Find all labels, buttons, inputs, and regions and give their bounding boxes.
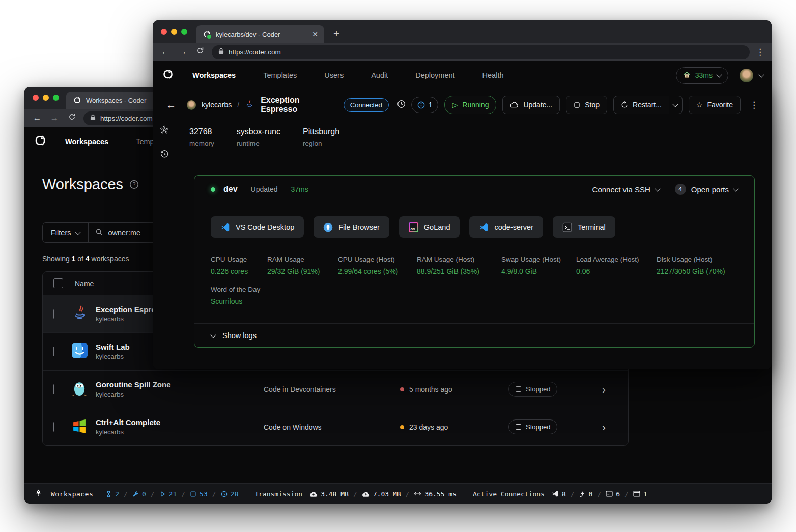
workspace-search-input[interactable]: owner:me: [89, 223, 147, 242]
select-all-checkbox[interactable]: [53, 278, 63, 288]
outdated-info-badge[interactable]: 1: [411, 97, 439, 113]
left-rail: [153, 120, 176, 202]
owner-avatar: [187, 100, 196, 110]
coder-logo[interactable]: [33, 133, 47, 150]
nav-item-audit[interactable]: Audit: [371, 71, 388, 79]
resources-icon[interactable]: [160, 125, 169, 136]
table-row[interactable]: Goroutine Spill Zone kylecarbs Code in D…: [43, 371, 628, 408]
metadata-label: runtime: [237, 139, 280, 147]
vscode-connections: 8: [552, 490, 566, 498]
url-text: https://coder.com: [229, 48, 281, 56]
nav-item-deployment[interactable]: Deployment: [415, 71, 454, 79]
goland-button[interactable]: GO GoLand: [399, 216, 460, 238]
restart-button[interactable]: Restart...: [613, 96, 669, 114]
workspace-menu-icon[interactable]: ⋮: [750, 100, 758, 110]
minimize-window-button[interactable]: [43, 95, 49, 101]
terminal-button[interactable]: Terminal: [553, 216, 615, 238]
play-icon: ▷: [452, 101, 458, 109]
nav-item-users[interactable]: Users: [324, 71, 344, 79]
filters-dropdown[interactable]: Filters: [43, 223, 89, 242]
file-browser-button[interactable]: File Browser: [314, 216, 389, 238]
workspace-owner: kylecarbs: [96, 390, 264, 398]
windows-icon: [72, 418, 96, 435]
user-menu-chevron-icon[interactable]: [758, 72, 764, 77]
file-browser-icon: [323, 222, 333, 232]
browser-menu-icon[interactable]: ⋮: [756, 47, 764, 58]
reload-icon[interactable]: [66, 113, 77, 123]
browser-tab[interactable]: kylecarbs/dev - Coder ✕: [196, 25, 324, 43]
favorite-button[interactable]: ☆ Favorite: [689, 96, 741, 114]
chevron-down-icon: [716, 72, 722, 77]
vscode-desktop-button[interactable]: VS Code Desktop: [211, 216, 304, 238]
maximize-window-button[interactable]: [181, 29, 187, 35]
agent-card-header: dev Updated 37ms Connect via SSH 4 Open …: [211, 184, 738, 195]
row-checkbox[interactable]: [53, 309, 54, 319]
coder-logo[interactable]: [161, 68, 174, 83]
help-icon[interactable]: ?: [129, 176, 139, 193]
front-browser-window: kylecarbs/dev - Coder ✕ + ← → https://co…: [153, 20, 772, 369]
workspace-name: Goroutine Spill Zone: [96, 380, 264, 389]
pending-count: 2: [105, 490, 119, 498]
metadata-item: Pittsburgh region: [303, 127, 339, 147]
coder-favicon: [72, 96, 81, 105]
nav-item-workspaces[interactable]: Workspaces: [192, 71, 236, 79]
metadata-value: 32768: [189, 127, 214, 136]
back-arrow-icon[interactable]: ←: [166, 99, 176, 111]
close-window-button[interactable]: [161, 29, 167, 35]
show-logs-toggle[interactable]: Show logs: [194, 324, 754, 347]
tab-title: Workspaces - Coder: [86, 97, 146, 104]
open-ports-button[interactable]: Open ports: [691, 185, 729, 194]
schedule-clock-icon[interactable]: [397, 100, 406, 110]
history-icon[interactable]: [160, 150, 169, 161]
stop-button[interactable]: Stop: [566, 96, 607, 114]
coder-favicon: [202, 30, 211, 39]
row-checkbox[interactable]: [53, 422, 54, 432]
lock-icon: [90, 114, 96, 122]
stop-icon: [574, 102, 580, 108]
maximize-window-button[interactable]: [53, 95, 59, 101]
vscode-icon: [220, 222, 230, 232]
latency-menu[interactable]: 33ms: [676, 67, 728, 84]
status-bar: Workspaces 2 / 0 / 21 / 53 / 28 Transmis…: [24, 483, 772, 504]
front-coder-nav: Workspaces Templates Users Audit Deploym…: [153, 61, 772, 90]
code-server-button[interactable]: code-server: [469, 216, 543, 238]
nav-item-templates[interactable]: Templates: [263, 71, 297, 79]
update-button[interactable]: Update...: [502, 96, 560, 114]
back-navigation-icon[interactable]: ←: [160, 47, 171, 57]
nav-item-health[interactable]: Health: [482, 71, 504, 79]
close-window-button[interactable]: [33, 95, 39, 101]
agent-latency: 37ms: [291, 185, 308, 193]
owner-name[interactable]: kylecarbs: [202, 101, 232, 109]
connect-ssh-button[interactable]: Connect via SSH: [592, 185, 650, 194]
table-row[interactable]: Ctrl+Alt Complete kylecarbs Code on Wind…: [43, 408, 628, 445]
running-status-badge[interactable]: ▷ Running: [444, 96, 496, 114]
back-navigation-icon[interactable]: ←: [32, 113, 43, 123]
new-tab-button[interactable]: +: [333, 27, 339, 40]
upload-stat: 7.03 MB: [362, 490, 401, 498]
forward-navigation-icon[interactable]: →: [49, 113, 60, 123]
stat-cpu-host: CPU Usage (Host) 2.99/64 cores (5%): [338, 256, 417, 275]
row-checkbox[interactable]: [53, 384, 54, 394]
statusbar-section-label: Workspaces: [51, 490, 93, 498]
results-total: 4: [86, 255, 90, 263]
word-of-the-day: Word of the Day Scurrilous: [211, 286, 260, 305]
restart-options-chevron[interactable]: [669, 96, 683, 114]
building-count: 0: [132, 490, 146, 498]
tab-close-icon[interactable]: ✕: [312, 30, 318, 38]
java-icon: [72, 305, 96, 323]
user-avatar[interactable]: [740, 69, 753, 82]
workspace-template: Code on Windows: [264, 423, 400, 431]
row-checkbox[interactable]: [53, 347, 54, 356]
forward-navigation-icon[interactable]: →: [177, 47, 188, 57]
front-titlebar: kylecarbs/dev - Coder ✕ +: [153, 20, 772, 43]
svg-text:?: ?: [133, 181, 136, 187]
stat-cpu: CPU Usage 0.226 cores: [211, 256, 267, 275]
region-house-icon: [683, 71, 691, 80]
nav-item-workspaces[interactable]: Workspaces: [65, 137, 108, 146]
reload-icon[interactable]: [194, 47, 206, 57]
download-stat: 3.48 MB: [309, 490, 349, 498]
star-icon: ☆: [696, 101, 703, 109]
workspace-name: Ctrl+Alt Complete: [96, 418, 264, 427]
minimize-window-button[interactable]: [171, 29, 177, 35]
address-bar[interactable]: https://coder.com: [212, 45, 750, 59]
